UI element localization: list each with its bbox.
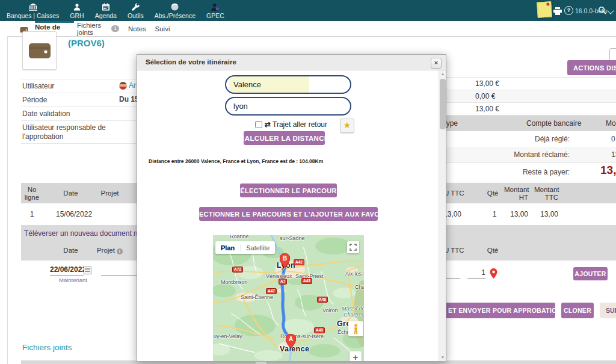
cell-ht: 13,00 (504, 211, 528, 219)
tab-count-badge: 1 (111, 25, 119, 32)
map-marker-b[interactable]: B (280, 253, 290, 268)
user-link[interactable]: Art (129, 81, 137, 90)
map-marker-a[interactable]: A (286, 334, 296, 348)
modal-scrollbar[interactable]: ▲ ▼ (439, 70, 446, 361)
nav-item-banques-caisses[interactable]: Banques | Caisses (1, 0, 64, 21)
favorite-star-button[interactable]: ★ (340, 119, 354, 133)
cell-ttc: 13,00 (534, 211, 558, 219)
selectionner-parcours-button[interactable]: SÉLECTIONNER LE PARCOURS (240, 184, 337, 197)
cloner-button[interactable]: CLONER (561, 303, 594, 318)
cell-qty: 1 (486, 211, 503, 219)
roundtrip-checkbox[interactable] (255, 121, 262, 128)
nav-label: Outils (128, 12, 144, 19)
scroll-down-icon[interactable]: ▼ (439, 356, 446, 359)
roundtrip-row: ⇄ Trajet aller retour (255, 120, 327, 129)
row-label: Déjà réglé: (535, 135, 570, 143)
swap-arrows-icon: ⇄ (265, 120, 271, 129)
ajouter-button[interactable]: AJOUTER (573, 267, 608, 280)
modal-title: Sélection de votre itinéraire (146, 58, 236, 66)
row-label: Montant réclamé: (514, 150, 570, 159)
row-value: 0 (611, 135, 615, 143)
printer-icon[interactable] (553, 7, 562, 17)
chevron-down-icon[interactable] (607, 7, 614, 14)
tab-suivi[interactable]: Suivi (150, 21, 174, 36)
nav-item-grh[interactable]: GRH (64, 0, 89, 21)
route-map[interactable]: Roannesur-SaôneLyonVénissieuxSaint-Pries… (213, 235, 364, 361)
wallet-icon (28, 42, 51, 60)
fullscreen-icon[interactable] (347, 241, 359, 253)
bank-icon (29, 2, 37, 11)
selectionner-parcours-favoris-button[interactable]: SÉLECTIONNER LE PARCOURS ET L'AJOUTER AU… (199, 207, 378, 221)
map-type-control: Plan Satellite (215, 241, 275, 254)
close-icon[interactable]: × (431, 58, 442, 69)
nav-item-agenda[interactable]: Agenda (90, 0, 122, 21)
globe-icon (171, 2, 179, 11)
info-row-date-validation: Date validation (21, 107, 137, 121)
tab-fichiers-joints[interactable]: Fichiers joints 1 (77, 21, 119, 36)
destination-input[interactable] (225, 97, 351, 116)
document-ref: (PROV6) (68, 38, 105, 48)
calculer-distance-button[interactable]: CALCULER LA DISTANCE (244, 131, 325, 145)
zoom-in-button[interactable]: + (350, 351, 362, 361)
tab-notes[interactable]: Notes (125, 21, 149, 36)
info-row-approbateur: Utilisateur responsable de l'approbation (21, 121, 137, 144)
tab-label: Fichiers joints (77, 22, 109, 36)
supprimer-button[interactable]: SUP (600, 303, 616, 318)
projet-input[interactable] (101, 265, 138, 276)
scrollbar-thumb[interactable] (440, 79, 446, 129)
amount-row: 0,00 € (445, 90, 616, 103)
info-row-periode: Période Du 15/ (21, 93, 137, 107)
roundtrip-label: Trajet aller retour (273, 120, 327, 129)
wrench-icon (132, 2, 140, 11)
montant-reclame-row: Montant réclamé: 13 (445, 147, 616, 163)
qty-input[interactable]: 1 (467, 268, 485, 279)
info-row-utilisateur: Utilisateur Art (21, 79, 137, 93)
col-date: Date (57, 247, 84, 254)
approve-button[interactable]: ER ET ENVOYER POUR APPROBATION (443, 303, 555, 318)
nav-label: Agenda (95, 12, 117, 19)
map-satellite-button[interactable]: Satellite (240, 244, 275, 251)
top-nav: Banques | Caisses GRH Agenda Outils (0, 0, 616, 21)
col-qte: Qté (484, 190, 501, 197)
amount-row: 13,00 € (445, 78, 616, 90)
origin-input[interactable] (225, 75, 351, 94)
row-label: Reste à payer: (523, 168, 570, 176)
row-value: 13 (611, 150, 616, 159)
calendar-icon (102, 2, 109, 11)
calendar-picker-icon[interactable] (84, 267, 91, 274)
col-projet: Projet i (96, 247, 123, 254)
payments-header: Type Compte bancaire Mon (438, 116, 616, 131)
col-qte: Qté (484, 247, 501, 254)
expense-report-thumbnail (22, 31, 57, 70)
help-icon[interactable]: ? (564, 6, 573, 15)
sticky-note-icon[interactable] (537, 1, 552, 18)
scroll-up-icon[interactable]: ▲ (439, 72, 446, 76)
nav-item-abs-presence[interactable]: Abs./Présence (149, 0, 201, 21)
nav-label: GPEC (206, 12, 224, 19)
cell-date: 15/06/2022 (56, 211, 92, 219)
actions-disponibles-button[interactable]: ACTIONS DISPO (567, 60, 616, 75)
map-plan-button[interactable]: Plan (215, 244, 240, 251)
nav-item-gpec[interactable]: GPEC (201, 0, 230, 21)
map-pin-icon[interactable] (490, 268, 497, 280)
maintenant-link[interactable]: Maintenant (59, 277, 87, 283)
user-badge-icon (211, 2, 219, 11)
modal-header[interactable]: Sélection de votre itinéraire × (137, 55, 446, 70)
col-pu-ttc: U TTC (444, 190, 465, 197)
col-pu-ttc: U TTC (444, 247, 465, 254)
field-label: Utilisateur (21, 79, 112, 93)
nav-label: Banques | Caisses (7, 12, 59, 19)
date-input[interactable]: 22/06/2022 (50, 265, 84, 276)
col-compte-bancaire: Compte bancaire (526, 119, 581, 128)
pegman-icon[interactable] (348, 321, 363, 336)
nav-item-outils[interactable]: Outils (122, 0, 149, 21)
reste-a-payer-value: 13,0 (600, 164, 616, 177)
expense-report-page: Banques | Caisses GRH Agenda Outils (0, 0, 616, 364)
field-label: Période (21, 93, 112, 106)
amounts-table: 13,00 € 0,00 € 13,00 € (445, 77, 616, 116)
search-icon[interactable] (598, 6, 606, 17)
tab-label: Notes (128, 25, 146, 32)
tab-label: Suivi (155, 25, 170, 32)
col-montant-ht: Montant HT (504, 186, 528, 202)
amount-row: 13,00 € (445, 103, 616, 116)
